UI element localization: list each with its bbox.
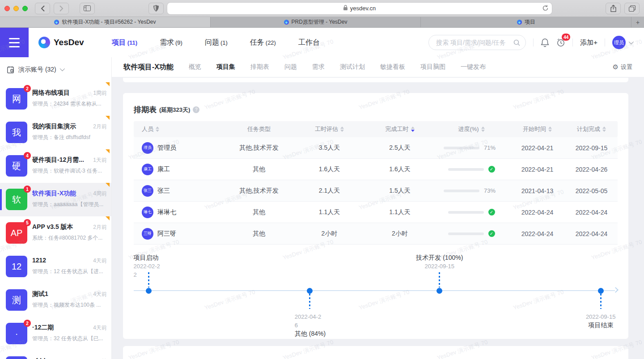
project-list-item[interactable]: 测测试14天前管理员：视频发布达100条 ... — [0, 283, 111, 317]
browser-tab[interactable]: PRD原型管理 - YesDev — [211, 17, 421, 27]
address-bar[interactable]: yesdev.cn — [167, 3, 552, 14]
nav-label: 问题 — [205, 38, 219, 46]
project-info: APP v3.5 版本2月前系统：任务#80081702 多个... — [32, 222, 107, 250]
brand[interactable]: YesDev — [38, 37, 84, 48]
nav-item-问题[interactable]: 问题(1) — [205, 38, 228, 47]
project-tabs: 概览项目集排期表问题需求测试计划敏捷看板项目脑图一键发布 — [189, 63, 486, 71]
column-header-开始时间[interactable]: 开始时间 — [509, 121, 565, 137]
progress-cell: ✓ — [433, 159, 509, 180]
project-list-item[interactable]: ·2·12二期4天前管理员：32 任务状态从【已... — [0, 317, 111, 351]
user-menu[interactable]: 理员 — [612, 36, 632, 49]
sort-carets-icon[interactable] — [481, 127, 485, 132]
nav-count: (1) — [220, 39, 228, 46]
nav-label: 需求 — [160, 38, 174, 46]
check-circle-icon: ✓ — [488, 209, 495, 215]
start-date-cell: 2021-04-13 — [509, 180, 565, 201]
help-icon[interactable]: ? — [193, 106, 199, 113]
browser-tab[interactable]: 项目 — [421, 17, 631, 27]
divider — [533, 38, 534, 46]
table-row[interactable]: 理员管理员其他,技术开发3.5人天2.5人天71%2022-04-212022-… — [134, 137, 618, 159]
project-list-item[interactable]: 我我的项目集演示2月前管理员：备注 dfsffsdfdsf — [0, 116, 111, 149]
task-type-cell: 其他 — [225, 159, 292, 180]
nav-item-项目[interactable]: 项目(11) — [112, 38, 137, 47]
reload-icon[interactable] — [542, 5, 548, 13]
project-desc: 管理员：aaaaaaaa【管理员... — [32, 201, 107, 208]
tab-测试计划[interactable]: 测试计划 — [340, 63, 365, 71]
milestone-dot[interactable] — [436, 288, 442, 294]
browser-tab[interactable]: 软件项目-X功能 - 项目#56262 - YesDev — [0, 17, 211, 27]
tab-需求[interactable]: 需求 — [312, 63, 325, 71]
project-list-item[interactable]: efefdd1周前 — [0, 351, 111, 359]
corner-flag-icon — [106, 216, 110, 220]
project-name: 我的项目集演示 — [32, 122, 90, 131]
close-window-button[interactable] — [4, 6, 10, 11]
notifications-bell-icon[interactable] — [541, 38, 549, 47]
nav-label: 工作台 — [298, 38, 320, 46]
nav-item-任务[interactable]: 任务(22) — [250, 38, 276, 47]
milestone-dot[interactable] — [307, 288, 313, 294]
column-header-任务类型[interactable]: 任务类型 — [225, 121, 292, 137]
estimate-cell: 3.5人天 — [292, 137, 366, 158]
plan-date-cell: 2022-04-26 — [565, 159, 618, 180]
tab-一键发布[interactable]: 一键发布 — [461, 63, 486, 71]
column-header-进度(%)[interactable]: 进度(%) — [433, 121, 509, 137]
content-scroll-area[interactable]: 排期表 (延期323天) ? 人员任务类型工时评估完成工时进度(%)开始时间计划… — [112, 77, 644, 359]
project-list-item[interactable]: 软1软件项目-X功能4周前管理员：aaaaaaaa【管理员... — [0, 183, 111, 216]
nav-item-需求[interactable]: 需求(9) — [160, 38, 182, 47]
sort-carets-icon[interactable] — [411, 127, 415, 132]
minimize-window-button[interactable] — [13, 6, 19, 11]
tab-概览[interactable]: 概览 — [189, 63, 201, 71]
project-list-item[interactable]: 1212124天前管理员：12 任务状态从【进... — [0, 250, 111, 283]
table-row[interactable]: 张三张三其他,技术开发2.1人天1.5人天73%2021-04-132022-0… — [134, 180, 618, 202]
tab-项目集[interactable]: 项目集 — [216, 63, 235, 71]
unread-badge: 1 — [24, 186, 31, 193]
sort-asc-icon — [411, 127, 415, 129]
reminder-clock-icon[interactable]: 44 — [556, 38, 565, 47]
forward-button[interactable] — [54, 3, 69, 14]
tab-敏捷看板[interactable]: 敏捷看板 — [380, 63, 405, 71]
schedule-card: 排期表 (延期323天) ? 人员任务类型工时评估完成工时进度(%)开始时间计划… — [123, 93, 628, 339]
back-button[interactable] — [35, 3, 50, 14]
privacy-shield-icon[interactable] — [148, 3, 164, 14]
table-row[interactable]: 康工康工其他1.6人天1.6人天✓2022-04-212022-04-26 — [134, 159, 618, 180]
workspace-switcher[interactable]: 演示账号 (32) — [0, 57, 111, 82]
project-list-item[interactable]: AP5APP v3.5 版本2月前系统：任务#80081702 多个... — [0, 216, 111, 250]
member-name: 张三 — [157, 187, 170, 195]
global-search[interactable] — [428, 35, 526, 50]
tab-排期表[interactable]: 排期表 — [250, 63, 269, 71]
schedule-card-title: 排期表 (延期323天) ? — [134, 93, 618, 115]
search-input[interactable] — [436, 39, 511, 46]
schedule-table: 人员任务类型工时评估完成工时进度(%)开始时间计划完成 理员管理员其他,技术开发… — [134, 121, 618, 245]
tab-问题[interactable]: 问题 — [284, 63, 297, 71]
sidebar-toggle-button[interactable] — [80, 3, 95, 14]
milestone-dot[interactable] — [146, 288, 152, 294]
tabs-overview-button[interactable] — [624, 3, 640, 14]
settings-button[interactable]: ⚙ 设置 — [613, 63, 632, 71]
table-row[interactable]: 琳七琳琳七其他1.1人天1.1人天✓2022-04-242022-04-24 — [134, 202, 618, 223]
milestone-name: 技术开发 (100%) — [404, 253, 475, 262]
estimate-cell: 1.1人天 — [292, 202, 366, 223]
zoom-window-button[interactable] — [22, 6, 28, 11]
done-hours-cell: 1.6人天 — [366, 159, 433, 180]
nav-item-工作台[interactable]: 工作台 — [298, 38, 320, 47]
sort-carets-icon[interactable] — [156, 127, 159, 132]
add-menu-button[interactable]: 添加+ — [580, 38, 597, 47]
column-header-人员[interactable]: 人员 — [134, 121, 225, 137]
menu-button[interactable] — [0, 28, 29, 57]
project-list-item[interactable]: 网2网络布线项目1周前管理员：24234 需求名称从... — [0, 82, 111, 116]
column-header-计划完成[interactable]: 计划完成 — [565, 121, 618, 137]
share-button[interactable] — [606, 3, 621, 14]
project-avatar: 网2 — [6, 88, 27, 110]
column-header-工时评估[interactable]: 工时评估 — [292, 121, 366, 137]
tab-项目脑图[interactable]: 项目脑图 — [420, 63, 445, 71]
milestone-dot[interactable] — [598, 288, 604, 294]
project-desc: 系统：任务#80081702 多个... — [32, 234, 107, 242]
new-tab-button[interactable]: + — [631, 17, 644, 27]
column-header-完成工时[interactable]: 完成工时 — [366, 121, 433, 137]
sort-carets-icon[interactable] — [340, 127, 344, 132]
estimate-cell: 1.6人天 — [292, 159, 366, 180]
table-row[interactable]: 三呀阿三呀其他2小时2小时✓2022-04-242022-04-24 — [134, 223, 618, 245]
sort-carets-icon[interactable] — [548, 127, 552, 132]
project-list-item[interactable]: 硬4硬件项目-12月需...1天前管理员：软硬件调试-3 任务... — [0, 149, 111, 183]
sort-carets-icon[interactable] — [602, 127, 606, 132]
